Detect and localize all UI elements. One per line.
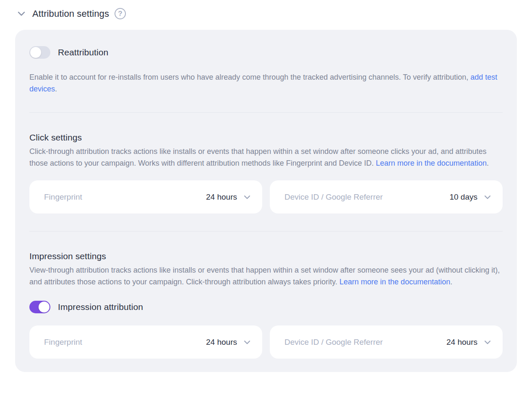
click-settings-description: Click-through attribution tracks actions… (29, 146, 503, 169)
reattribution-toggle-row: Reattribution (29, 46, 503, 59)
click-device-id-select[interactable]: Device ID / Google Referrer 10 days (270, 180, 503, 213)
select-value: 24 hours (446, 338, 477, 347)
section-divider (29, 112, 503, 113)
attribution-settings-panel: Reattribution Enable it to account for r… (15, 30, 517, 372)
select-value-wrap: 24 hours (206, 193, 252, 202)
impression-attribution-toggle-row: Impression attribution (29, 301, 503, 313)
impression-settings-description-period: . (450, 278, 452, 286)
select-label: Fingerprint (44, 338, 82, 347)
select-value: 24 hours (206, 193, 237, 202)
impression-attribution-label: Impression attribution (58, 302, 143, 312)
chevron-down-icon (483, 193, 492, 202)
select-value-wrap: 24 hours (446, 338, 492, 347)
attribution-settings-header: Attribution settings ? (16, 8, 532, 19)
page-title: Attribution settings (32, 8, 109, 19)
impression-fingerprint-select[interactable]: Fingerprint 24 hours (29, 325, 262, 359)
reattribution-description-text: Enable it to account for re-installs fro… (29, 73, 470, 81)
impression-settings-fields: Fingerprint 24 hours Device ID / Google … (29, 325, 503, 359)
chevron-down-icon (243, 193, 252, 202)
impression-attribution-toggle[interactable] (29, 301, 50, 313)
reattribution-description-period: . (55, 85, 57, 93)
click-settings-fields: Fingerprint 24 hours Device ID / Google … (29, 180, 503, 213)
select-label: Fingerprint (44, 193, 82, 202)
select-value: 24 hours (206, 338, 237, 347)
chevron-down-icon[interactable] (16, 8, 27, 19)
impression-settings-heading: Impression settings (29, 251, 503, 261)
click-fingerprint-select[interactable]: Fingerprint 24 hours (29, 180, 262, 213)
chevron-down-icon (483, 338, 492, 347)
section-divider (29, 231, 503, 232)
reattribution-toggle[interactable] (29, 46, 50, 59)
impression-device-id-select[interactable]: Device ID / Google Referrer 24 hours (270, 325, 503, 359)
reattribution-label: Reattribution (58, 47, 108, 57)
click-settings-heading: Click settings (29, 133, 503, 143)
impression-settings-docs-link[interactable]: Learn more in the documentation (339, 278, 450, 286)
select-value-wrap: 10 days (449, 193, 492, 202)
help-icon[interactable]: ? (115, 8, 126, 19)
click-settings-docs-link[interactable]: Learn more in the documentation (376, 159, 487, 167)
select-label: Device ID / Google Referrer (284, 193, 383, 202)
impression-settings-description: View-through attribution tracks actions … (29, 264, 503, 288)
select-value-wrap: 24 hours (206, 338, 252, 347)
click-settings-section: Click settings Click-through attribution… (29, 133, 503, 213)
click-settings-description-period: . (487, 159, 489, 167)
impression-settings-section: Impression settings View-through attribu… (29, 251, 503, 359)
chevron-down-icon (243, 338, 252, 347)
select-label: Device ID / Google Referrer (284, 338, 383, 347)
reattribution-description: Enable it to account for re-installs fro… (29, 71, 503, 95)
toggle-knob (30, 47, 41, 58)
toggle-knob (39, 302, 50, 312)
select-value: 10 days (449, 193, 477, 202)
